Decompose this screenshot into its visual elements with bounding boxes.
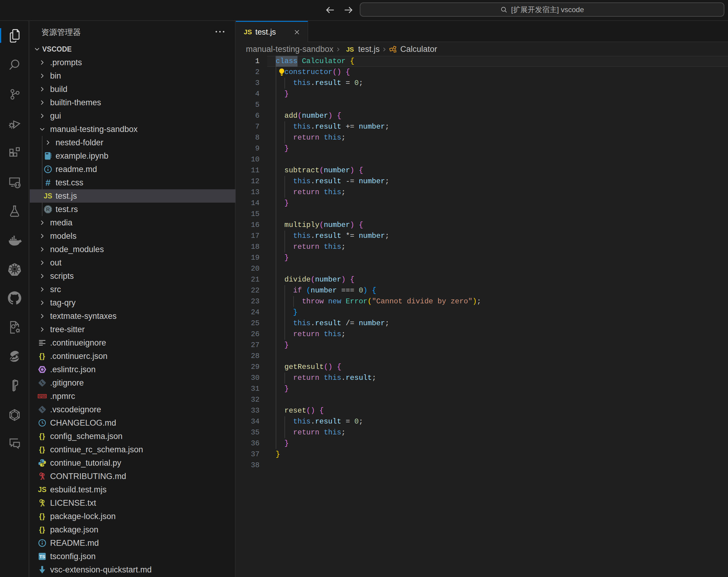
svg-text:TS: TS	[40, 554, 45, 559]
svg-text:npm: npm	[38, 394, 46, 398]
svg-text:R: R	[46, 206, 50, 212]
